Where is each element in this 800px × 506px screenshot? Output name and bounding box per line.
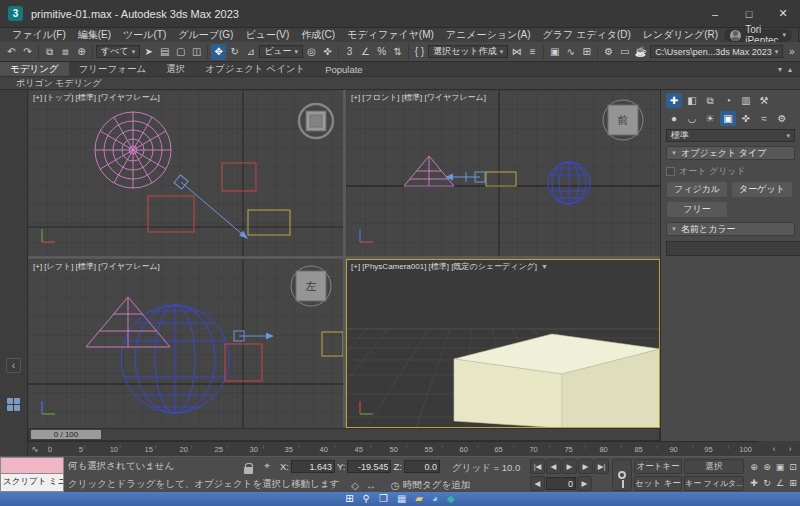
project-folder-dropdown[interactable]: C:\Users\pen...3ds Max 2023 ▾ bbox=[650, 45, 783, 58]
select-object-icon[interactable]: ➤ bbox=[141, 44, 156, 60]
create-tab-icon[interactable]: ✚ bbox=[666, 93, 682, 108]
sphere-wireframe-top[interactable] bbox=[95, 112, 171, 188]
align-icon[interactable]: ≡ bbox=[525, 44, 540, 60]
viewport-camera[interactable]: [+] [PhysCamera001] [標準] [既定のシェーディング] ▼ bbox=[346, 259, 660, 428]
hierarchy-tab-icon[interactable]: ⧉ bbox=[702, 93, 718, 108]
spinner-snap-icon[interactable]: ⇅ bbox=[390, 44, 405, 60]
selection-set-dropdown[interactable]: 選択 bbox=[684, 459, 744, 474]
ribbon-tab-2[interactable]: 選択 bbox=[156, 62, 195, 76]
percent-snap-icon[interactable]: % bbox=[374, 44, 389, 60]
menu-item-5[interactable]: 作成(C) bbox=[295, 28, 341, 42]
selection-lock-icon[interactable] bbox=[244, 461, 253, 474]
set-key-button[interactable]: セット キー bbox=[634, 476, 682, 491]
go-to-start-icon[interactable]: |◀ bbox=[530, 459, 545, 474]
window-crossing-icon[interactable]: ◫ bbox=[189, 44, 204, 60]
x-coordinate-input[interactable] bbox=[291, 460, 335, 473]
selection-filter-dropdown[interactable]: すべて ▾ bbox=[96, 45, 140, 58]
viewport-left-label[interactable]: [+] [レフト] [標準] [ワイヤフレーム] bbox=[33, 261, 160, 272]
start-icon[interactable]: ⊞ bbox=[345, 494, 353, 504]
set-keys-button[interactable] bbox=[612, 459, 632, 491]
mirror-icon[interactable]: ⋈ bbox=[509, 44, 524, 60]
camera-category-dropdown[interactable]: 標準 ▾ bbox=[666, 129, 795, 142]
viewport-left[interactable]: [+] [レフト] [標準] [ワイヤフレーム] bbox=[28, 259, 343, 428]
viewport-top[interactable]: [+] [トップ] [標準] [ワイヤフレーム] bbox=[28, 90, 343, 256]
snap-toggle-icon[interactable]: 3 bbox=[342, 44, 357, 60]
polygon-modeling-panel-button[interactable]: ポリゴン モデリング bbox=[8, 77, 109, 90]
menu-item-8[interactable]: グラフ エディタ(D) bbox=[537, 28, 637, 42]
undo-icon[interactable]: ↶ bbox=[4, 44, 19, 60]
track-bar[interactable]: ∿ 05101520253035404550556065707580859095… bbox=[28, 441, 758, 456]
3ds-max-icon[interactable]: ◆ bbox=[447, 494, 455, 504]
auto-key-button[interactable]: オートキー bbox=[634, 459, 682, 474]
motion-tab-icon[interactable]: ◔ bbox=[720, 93, 736, 108]
next-frame-icon[interactable]: ▶ bbox=[578, 459, 593, 474]
viewport-top-label[interactable]: [+] [トップ] [標準] [ワイヤフレーム] bbox=[33, 92, 160, 103]
lights-category-icon[interactable]: ☀ bbox=[702, 111, 718, 126]
select-and-link-icon[interactable]: ⧉ bbox=[42, 44, 57, 60]
viewport-camera-label[interactable]: [+] [PhysCamera001] [標準] [既定のシェーディング] ▼ bbox=[351, 261, 548, 272]
helpers-category-icon[interactable]: ✜ bbox=[738, 111, 754, 126]
viewport-canvas-camera[interactable] bbox=[346, 259, 660, 428]
menu-item-6[interactable]: モディファイヤ(M) bbox=[341, 28, 440, 42]
viewport-front[interactable]: [+] [フロント] [標準] [ワイヤフレーム] bbox=[346, 90, 660, 256]
autogrid-checkbox[interactable] bbox=[666, 167, 675, 176]
toolbar-overflow-icon[interactable]: » bbox=[784, 44, 799, 60]
toggle-scene-explorer-icon[interactable]: ▣ bbox=[547, 44, 562, 60]
menu-item-1[interactable]: 編集(E) bbox=[72, 28, 117, 42]
account-menu[interactable]: Tori iPentec ▾ bbox=[724, 29, 792, 42]
trackbar-scroll-left-icon[interactable]: ‹ bbox=[767, 442, 781, 455]
widgets-icon[interactable]: ▦ bbox=[397, 494, 406, 504]
use-pivot-point-icon[interactable]: ◎ bbox=[304, 44, 319, 60]
viewcube-left-face-label[interactable]: 左 bbox=[306, 280, 317, 292]
isolate-selection-icon[interactable]: ◇ bbox=[348, 478, 362, 492]
frame-spin-right-icon[interactable]: ▶ bbox=[577, 476, 592, 491]
physical-camera-button[interactable]: フィジカル bbox=[666, 181, 728, 198]
display-tab-icon[interactable]: ▥ bbox=[738, 93, 754, 108]
zoom-icon[interactable]: ⊕ bbox=[748, 459, 760, 474]
angle-snap-icon[interactable]: ∠ bbox=[358, 44, 373, 60]
ribbon-tab-1[interactable]: フリーフォーム bbox=[69, 62, 157, 76]
ribbon-config-caret-icon[interactable]: ▾ bbox=[778, 65, 782, 74]
utilities-tab-icon[interactable]: ⚒ bbox=[756, 93, 772, 108]
edge-icon[interactable]: ◕ bbox=[432, 494, 438, 504]
current-frame-input[interactable] bbox=[546, 477, 576, 490]
rendered-frame-window-icon[interactable]: ▭ bbox=[617, 44, 632, 60]
frame-spin-left-icon[interactable]: ◀ bbox=[530, 476, 545, 491]
viewport-layout-tabs-icon[interactable] bbox=[7, 398, 20, 411]
viewport-canvas-front[interactable]: 前 bbox=[346, 90, 660, 256]
zoom-extents-icon[interactable]: ▣ bbox=[774, 459, 786, 474]
menu-item-7[interactable]: アニメーション(A) bbox=[440, 28, 537, 42]
shading-menu-caret-icon[interactable]: ▼ bbox=[541, 263, 548, 270]
listener-line[interactable]: スクリプト ミニ リス bbox=[0, 474, 64, 492]
search-icon[interactable]: ⚲ bbox=[363, 494, 370, 504]
task-view-icon[interactable]: ❐ bbox=[379, 494, 388, 504]
free-camera-button[interactable]: フリー bbox=[666, 201, 728, 218]
curve-editor-icon[interactable]: ∿ bbox=[563, 44, 578, 60]
ribbon-tab-3[interactable]: オブジェクト ペイント bbox=[195, 62, 315, 76]
menu-item-2[interactable]: ツール(T) bbox=[117, 28, 172, 42]
viewcube-front-face-label[interactable]: 前 bbox=[617, 114, 629, 126]
select-and-manipulate-icon[interactable]: ✜ bbox=[320, 44, 335, 60]
viewport-front-label[interactable]: [+] [フロント] [標準] [ワイヤフレーム] bbox=[351, 92, 486, 103]
time-slider[interactable]: 0 / 100 bbox=[28, 428, 660, 441]
space-warps-category-icon[interactable]: ≈ bbox=[756, 111, 772, 126]
reference-coordinate-system-dropdown[interactable]: ビュー ▾ bbox=[259, 45, 303, 58]
select-and-scale-icon[interactable]: ⊿ bbox=[243, 44, 258, 60]
ribbon-tab-0[interactable]: モデリング bbox=[0, 62, 69, 76]
menu-item-9[interactable]: レンダリング(R) bbox=[637, 28, 724, 42]
ribbon-tab-4[interactable]: Populate bbox=[315, 62, 373, 76]
go-to-end-icon[interactable]: ▶| bbox=[594, 459, 609, 474]
select-and-rotate-icon[interactable]: ↻ bbox=[227, 44, 242, 60]
target-camera-button[interactable]: ターゲット bbox=[731, 181, 793, 198]
viewport-canvas-left[interactable]: 左 bbox=[28, 259, 343, 428]
named-selection-sets-dropdown[interactable]: 選択セット作成 ▾ bbox=[428, 45, 508, 58]
file-explorer-icon[interactable]: ▰ bbox=[415, 494, 423, 504]
maxscript-mini-listener[interactable]: スクリプト ミニ リス bbox=[0, 457, 64, 493]
systems-category-icon[interactable]: ⚙ bbox=[774, 111, 790, 126]
maximize-viewport-toggle-icon[interactable]: ⊞ bbox=[787, 475, 799, 490]
object-type-rollout-header[interactable]: ▼ オブジェクト タイプ bbox=[666, 146, 795, 160]
select-and-move-icon[interactable]: ✥ bbox=[211, 44, 226, 60]
minimize-button[interactable]: – bbox=[698, 0, 732, 28]
select-by-name-icon[interactable]: ▤ bbox=[157, 44, 172, 60]
schematic-view-icon[interactable]: ⊞ bbox=[579, 44, 594, 60]
